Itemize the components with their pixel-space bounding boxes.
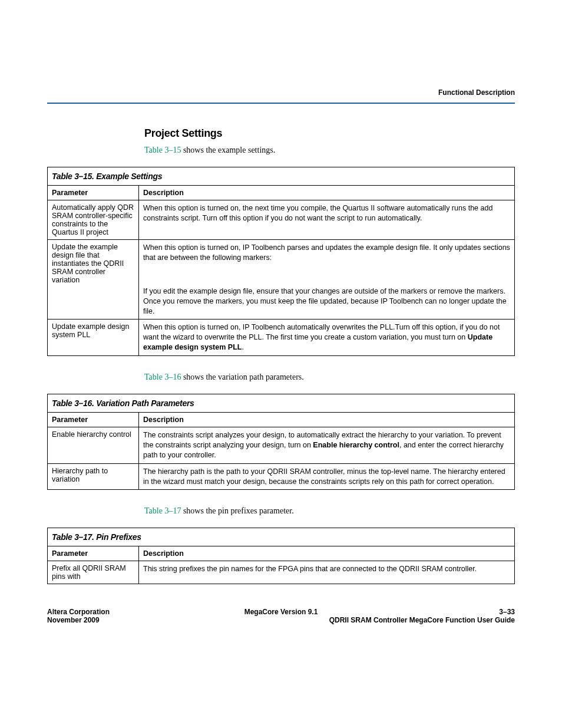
intro-text-17: Table 3–17 shows the pin prefixes parame… — [144, 506, 515, 516]
table-row: Update the example design file that inst… — [48, 240, 515, 319]
table-17-caption: Table 3–17. Pin Prefixes — [48, 528, 515, 546]
cell-param: Update example design system PLL — [48, 319, 139, 356]
col-description: Description — [139, 413, 515, 427]
intro-text-15: Table 3–15 shows the example settings. — [144, 146, 515, 155]
section-heading: Project Settings — [144, 127, 515, 140]
cell-param: Enable hierarchy control — [48, 427, 139, 464]
desc-part-b: Enable hierarchy control — [313, 441, 399, 449]
desc-para-1: When this option is turned on, IP Toolbe… — [143, 243, 510, 263]
table-row: Automatically apply QDR SRAM controller-… — [48, 200, 515, 240]
table-15-caption: Table 3–15. Example Settings — [48, 167, 515, 186]
cell-desc: When this option is turned on, IP Toolbe… — [139, 240, 515, 319]
table-ref-17: Table 3–17 — [144, 506, 181, 515]
cell-param: Prefix all QDRII SRAM pins with — [48, 561, 139, 584]
table-row: Update example design system PLL When th… — [48, 319, 515, 356]
table-row: Enable hierarchy control The constraints… — [48, 427, 515, 464]
col-description: Description — [139, 546, 515, 561]
intro-text-16: Table 3–16 shows the variation path para… — [144, 373, 515, 382]
table-3-17: Table 3–17. Pin Prefixes Parameter Descr… — [47, 528, 515, 584]
intro-tail-17: shows the pin prefixes parameter. — [181, 506, 293, 515]
cell-param: Update the example design file that inst… — [48, 240, 139, 319]
desc-part-a: When this option is turned on, IP Toolbe… — [143, 323, 500, 341]
footer-left-2: November 2009 — [47, 616, 165, 624]
running-header: Functional Description — [47, 88, 515, 104]
intro-tail-15: shows the example settings. — [181, 146, 275, 154]
footer-left-1: Altera Corporation — [47, 608, 165, 616]
cell-desc: When this option is turned on, the next … — [139, 200, 515, 240]
cell-param: Hierarchy path to variation — [48, 463, 139, 490]
cell-desc: The hierarchy path is the path to your Q… — [139, 463, 515, 490]
table-ref-16: Table 3–16 — [144, 373, 181, 381]
cell-desc: This string prefixes the pin names for t… — [139, 561, 515, 584]
table-3-16: Table 3–16. Variation Path Parameters Pa… — [47, 394, 515, 490]
intro-tail-16: shows the variation path parameters. — [181, 373, 303, 381]
table-3-15: Table 3–15. Example Settings Parameter D… — [47, 167, 515, 356]
table-row: Prefix all QDRII SRAM pins with This str… — [48, 561, 515, 584]
col-parameter: Parameter — [48, 186, 139, 200]
desc-part-c: . — [242, 343, 243, 351]
desc-para-2: If you edit the example design file, ens… — [143, 286, 510, 317]
footer-center: MegaCore Version 9.1 — [165, 608, 397, 616]
col-parameter: Parameter — [48, 546, 139, 561]
cell-param: Automatically apply QDR SRAM controller-… — [48, 200, 139, 240]
cell-desc: The constraints script analyzes your des… — [139, 427, 515, 464]
col-description: Description — [139, 186, 515, 200]
table-row: Hierarchy path to variation The hierarch… — [48, 463, 515, 490]
cell-desc: When this option is turned on, IP Toolbe… — [139, 319, 515, 356]
footer-right-1: 3–33 — [397, 608, 515, 616]
table-ref-15: Table 3–15 — [144, 146, 181, 154]
col-parameter: Parameter — [48, 413, 139, 427]
table-16-caption: Table 3–16. Variation Path Parameters — [48, 394, 515, 413]
